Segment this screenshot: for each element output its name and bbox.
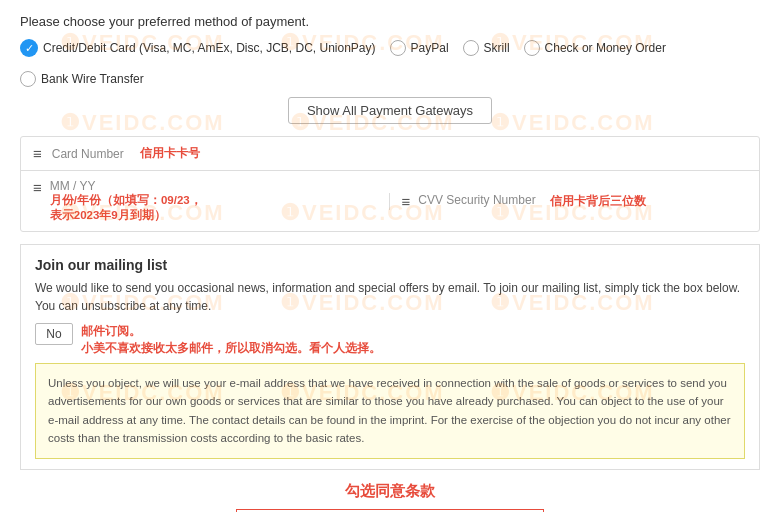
agree-row: ✓ I have read and agree to the Terms of … <box>236 509 543 512</box>
mailing-annotation2: 小美不喜欢接收太多邮件，所以取消勾选。看个人选择。 <box>81 340 381 357</box>
payment-instruction: Please choose your preferred method of p… <box>20 14 760 29</box>
agree-section: 勾选同意条款 ✓ I have read and agree to the Te… <box>20 482 760 512</box>
card-fields-container: ≡ Card Number 信用卡卡号 ≡ MM / YY 月份/年份（如填写：… <box>20 136 760 232</box>
skrill-label: Skrill <box>484 41 510 55</box>
card-icon: ≡ <box>33 145 42 162</box>
cvv-annotation: 信用卡背后三位数 <box>550 193 646 210</box>
cvv-section: ≡ CVV Security Number 信用卡背后三位数 <box>389 193 748 210</box>
date-label: MM / YY <box>50 179 202 193</box>
payment-option-credit[interactable]: ✓ Credit/Debit Card (Visa, MC, AmEx, Dis… <box>20 39 376 57</box>
mailing-description: We would like to send you occasional new… <box>35 279 745 315</box>
check-label: Check or Money Order <box>545 41 666 55</box>
calendar-icon: ≡ <box>33 179 42 196</box>
mailing-notice: Unless you object, we will use your e-ma… <box>35 363 745 459</box>
payment-option-wire[interactable]: Bank Wire Transfer <box>20 71 144 87</box>
payment-option-paypal[interactable]: PayPal <box>390 40 449 56</box>
radio-wire <box>20 71 36 87</box>
mailing-section: Join our mailing list We would like to s… <box>20 244 760 470</box>
cvv-icon: ≡ <box>402 193 411 210</box>
payment-methods-row: ✓ Credit/Debit Card (Visa, MC, AmEx, Dis… <box>20 39 760 87</box>
radio-check <box>524 40 540 56</box>
agree-title: 勾选同意条款 <box>345 482 435 501</box>
radio-skrill <box>463 40 479 56</box>
card-number-label: Card Number <box>52 147 124 161</box>
radio-paypal <box>390 40 406 56</box>
show-gateways-row: Show All Payment Gateways <box>20 97 760 124</box>
show-gateways-button[interactable]: Show All Payment Gateways <box>288 97 492 124</box>
date-annotation2: 表示2023年9月到期） <box>50 208 202 223</box>
date-label-block: MM / YY 月份/年份（如填写：09/23， 表示2023年9月到期） <box>50 179 202 223</box>
date-section: ≡ MM / YY 月份/年份（如填写：09/23， 表示2023年9月到期） <box>33 179 379 223</box>
wire-label: Bank Wire Transfer <box>41 72 144 86</box>
mailing-annotation1: 邮件订阅。 <box>81 323 381 340</box>
card-number-annotation: 信用卡卡号 <box>140 145 200 162</box>
mailing-toggle-button[interactable]: No <box>35 323 73 345</box>
payment-option-skrill[interactable]: Skrill <box>463 40 510 56</box>
paypal-label: PayPal <box>411 41 449 55</box>
toggle-row: No 邮件订阅。 小美不喜欢接收太多邮件，所以取消勾选。看个人选择。 <box>35 323 745 357</box>
mailing-title: Join our mailing list <box>35 257 745 273</box>
credit-label: Credit/Debit Card (Visa, MC, AmEx, Disc,… <box>43 41 376 55</box>
mailing-annotation-block: 邮件订阅。 小美不喜欢接收太多邮件，所以取消勾选。看个人选择。 <box>81 323 381 357</box>
date-annotation: 月份/年份（如填写：09/23， <box>50 193 202 208</box>
card-number-row: ≡ Card Number 信用卡卡号 <box>21 137 759 171</box>
page-container: ❶VEIDC.COM ❶VEIDC.COM ❶VEIDC.COM ❶VEIDC.… <box>0 0 780 512</box>
card-bottom-row: ≡ MM / YY 月份/年份（如填写：09/23， 表示2023年9月到期） … <box>21 171 759 231</box>
payment-option-check[interactable]: Check or Money Order <box>524 40 666 56</box>
cvv-label: CVV Security Number <box>418 193 535 207</box>
checkmark-icon: ✓ <box>20 39 38 57</box>
